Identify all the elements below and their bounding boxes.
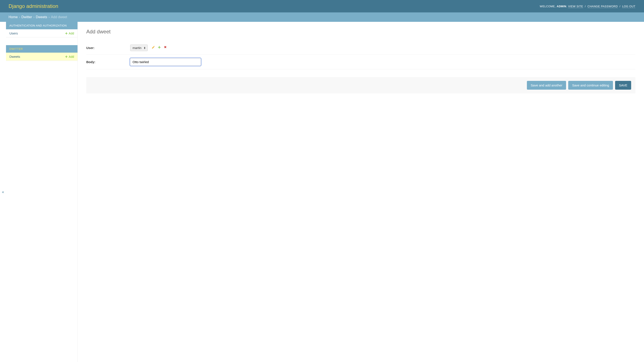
main: « AUTHENTICATION AND AUTHORIZATION Users… bbox=[0, 22, 644, 362]
content: Add dweet User: martin ▲▼ Body: Save and… bbox=[78, 22, 644, 362]
welcome-text: WELCOME, bbox=[540, 5, 556, 8]
user-select-value: martin bbox=[132, 46, 142, 50]
sidebar-module-dwitter: DWITTER Dweets Add bbox=[6, 45, 78, 61]
users-link[interactable]: Users bbox=[10, 31, 18, 35]
add-user-link[interactable]: Add bbox=[65, 32, 74, 35]
user-label: User: bbox=[86, 46, 130, 50]
pencil-icon[interactable] bbox=[152, 45, 155, 49]
plus-icon[interactable] bbox=[158, 45, 161, 49]
plus-icon bbox=[65, 55, 68, 58]
sidebar-module-auth: AUTHENTICATION AND AUTHORIZATION Users A… bbox=[6, 22, 78, 37]
form-row-body: Body: bbox=[86, 55, 636, 69]
breadcrumb-model[interactable]: Dweets bbox=[36, 15, 47, 19]
related-icons bbox=[152, 45, 167, 49]
sidebar-item-dweets: Dweets Add bbox=[6, 53, 78, 61]
add-dweet-link[interactable]: Add bbox=[65, 55, 74, 58]
body-input[interactable] bbox=[130, 58, 201, 66]
sidebar-caption-dwitter[interactable]: DWITTER bbox=[6, 45, 78, 53]
user-select[interactable]: martin ▲▼ bbox=[130, 44, 148, 51]
submit-row: Save and add another Save and continue e… bbox=[86, 77, 636, 93]
body-label: Body: bbox=[86, 60, 130, 64]
breadcrumb-home[interactable]: Home bbox=[8, 15, 18, 19]
sidebar-caption-auth[interactable]: AUTHENTICATION AND AUTHORIZATION bbox=[6, 22, 78, 29]
branding[interactable]: Django administration bbox=[8, 3, 58, 9]
header: Django administration WELCOME, ADMIN. VI… bbox=[0, 0, 644, 12]
dweets-link[interactable]: Dweets bbox=[10, 55, 20, 58]
user-tools: WELCOME, ADMIN. VIEW SITE / CHANGE PASSW… bbox=[540, 5, 636, 8]
save-button[interactable]: SAVE bbox=[615, 81, 631, 90]
username: ADMIN bbox=[557, 5, 566, 8]
breadcrumb-current: Add dweet bbox=[51, 15, 67, 19]
breadcrumb: Home › Dwitter › Dweets › Add dweet bbox=[0, 12, 644, 22]
sidebar: AUTHENTICATION AND AUTHORIZATION Users A… bbox=[6, 22, 78, 362]
breadcrumb-app[interactable]: Dwitter bbox=[22, 15, 32, 19]
view-site-link[interactable]: VIEW SITE bbox=[568, 5, 583, 8]
save-add-another-button[interactable]: Save and add another bbox=[527, 81, 566, 90]
close-icon[interactable] bbox=[164, 45, 167, 49]
plus-icon bbox=[65, 32, 68, 35]
form-row-user: User: martin ▲▼ bbox=[86, 41, 636, 55]
sidebar-collapse-toggle[interactable]: « bbox=[0, 22, 6, 362]
chevron-left-icon: « bbox=[2, 190, 4, 194]
logout-link[interactable]: LOG OUT bbox=[622, 5, 636, 8]
change-password-link[interactable]: CHANGE PASSWORD bbox=[588, 5, 618, 8]
save-continue-button[interactable]: Save and continue editing bbox=[568, 81, 613, 90]
select-caret-icon: ▲▼ bbox=[144, 47, 146, 49]
sidebar-item-users: Users Add bbox=[6, 29, 78, 37]
page-title: Add dweet bbox=[86, 29, 636, 35]
